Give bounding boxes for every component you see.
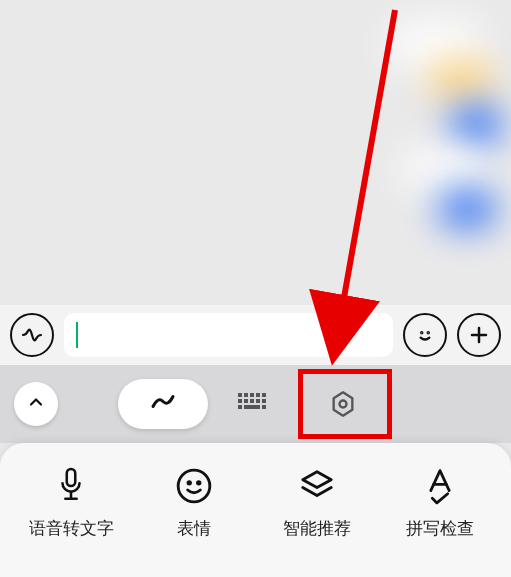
emoji-icon bbox=[175, 465, 213, 507]
settings-hex-icon bbox=[329, 390, 357, 418]
add-button[interactable] bbox=[457, 313, 501, 357]
svg-rect-12 bbox=[238, 405, 242, 409]
input-mode-segmented bbox=[118, 379, 388, 429]
svg-point-0 bbox=[421, 332, 422, 333]
svg-rect-2 bbox=[238, 393, 242, 397]
svg-rect-3 bbox=[244, 393, 248, 397]
mic-icon bbox=[54, 465, 88, 507]
spellcheck-icon bbox=[421, 465, 459, 507]
segment-settings[interactable] bbox=[298, 379, 388, 429]
svg-point-15 bbox=[340, 401, 347, 408]
tool-emoji[interactable]: 表情 bbox=[133, 465, 256, 540]
tool-label: 语音转文字 bbox=[29, 517, 114, 540]
stack-icon bbox=[298, 465, 336, 507]
blurred-message bbox=[431, 60, 491, 100]
svg-point-20 bbox=[198, 482, 201, 485]
svg-point-19 bbox=[188, 482, 191, 485]
svg-point-18 bbox=[178, 470, 210, 502]
chevron-up-icon bbox=[26, 392, 46, 416]
tool-spellcheck[interactable]: 拼写检查 bbox=[378, 465, 501, 540]
sound-wave-icon bbox=[20, 323, 44, 347]
blurred-message bbox=[440, 190, 495, 228]
voice-input-button[interactable] bbox=[10, 313, 54, 357]
svg-rect-14 bbox=[262, 405, 266, 409]
smiley-icon bbox=[412, 322, 438, 348]
tool-voice-to-text[interactable]: 语音转文字 bbox=[10, 465, 133, 540]
plus-icon bbox=[467, 323, 491, 347]
handwriting-icon bbox=[148, 389, 178, 419]
blurred-message bbox=[451, 105, 501, 145]
svg-rect-13 bbox=[244, 405, 260, 409]
tool-label: 表情 bbox=[177, 517, 211, 540]
tool-label: 智能推荐 bbox=[283, 517, 351, 540]
svg-rect-5 bbox=[256, 393, 260, 397]
segment-handwriting[interactable] bbox=[118, 379, 208, 429]
svg-rect-9 bbox=[250, 399, 254, 403]
keyboard-icon bbox=[238, 393, 268, 415]
tool-smart-suggest[interactable]: 智能推荐 bbox=[256, 465, 379, 540]
keyboard-tools-panel: 语音转文字 表情 智能推荐 bbox=[0, 443, 511, 577]
expand-keyboard-button[interactable] bbox=[14, 382, 58, 426]
emoji-button[interactable] bbox=[403, 313, 447, 357]
tool-label: 拼写检查 bbox=[406, 517, 474, 540]
keyboard-toolbar bbox=[0, 365, 511, 443]
text-cursor bbox=[76, 322, 78, 348]
segment-keyboard[interactable] bbox=[208, 379, 298, 429]
message-text-input[interactable] bbox=[64, 313, 393, 357]
svg-rect-4 bbox=[250, 393, 254, 397]
blurred-message bbox=[403, 150, 483, 190]
svg-rect-10 bbox=[256, 399, 260, 403]
svg-rect-17 bbox=[67, 469, 76, 486]
svg-rect-7 bbox=[238, 399, 242, 403]
svg-point-1 bbox=[428, 332, 429, 333]
message-input-bar bbox=[0, 305, 511, 365]
svg-rect-8 bbox=[244, 399, 248, 403]
svg-rect-6 bbox=[262, 393, 266, 397]
chat-area bbox=[0, 0, 511, 305]
svg-rect-11 bbox=[262, 399, 266, 403]
